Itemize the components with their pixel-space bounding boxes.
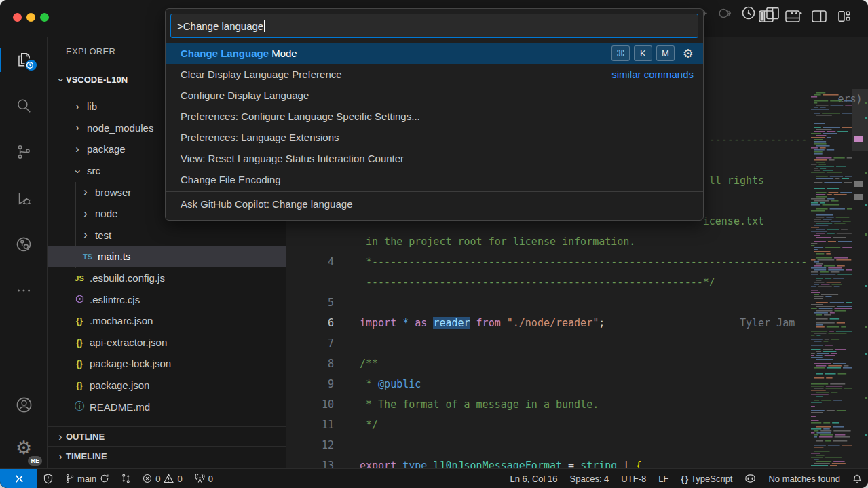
tree-item-main-ts[interactable]: TSmain.ts: [48, 246, 286, 267]
tree-item-readme-md[interactable]: ⓘREADME.md: [48, 396, 286, 417]
status-text: TypeScript: [691, 474, 732, 484]
workspace-trust-shield-icon[interactable]: [37, 469, 59, 488]
editor-row: 4 *-------------------------------------…: [286, 252, 868, 272]
command-item[interactable]: Configure Display Language: [166, 85, 703, 106]
overview-ruler-mark: [865, 117, 867, 119]
split-editor-icon[interactable]: [766, 6, 780, 20]
encoding[interactable]: UTF-8: [615, 469, 652, 488]
run-debug-icon[interactable]: [0, 182, 48, 214]
token: import: [360, 317, 402, 329]
problems[interactable]: 00: [136, 469, 188, 488]
json-file-icon: {}: [72, 316, 87, 326]
timeline-icon[interactable]: [741, 5, 756, 20]
line-number: 8: [286, 358, 334, 370]
indentation[interactable]: Spaces: 4: [564, 469, 616, 488]
source-control-icon[interactable]: [0, 136, 48, 168]
command-input[interactable]: >Change language: [170, 14, 698, 38]
command-item[interactable]: Ask GitHub Copilot: Change language: [166, 193, 703, 214]
copilot-icon: [744, 474, 756, 483]
command-palette: >Change language Change Language Mode⌘KM…: [165, 8, 704, 221]
token: reader: [433, 317, 470, 329]
json-file-icon: {}: [72, 337, 87, 348]
command-label: Configure Display Language: [181, 90, 309, 101]
tree-item-package-json[interactable]: {}package.json: [48, 375, 286, 396]
command-item[interactable]: Clear Display Language Preferencesimilar…: [166, 64, 703, 85]
cursor-position[interactable]: Ln 6, Col 16: [504, 469, 563, 488]
command-item[interactable]: View: Reset Language Status Interaction …: [166, 148, 703, 169]
editor-row: ----------------------------------------…: [286, 272, 868, 293]
tree-item-package-lock-json[interactable]: {}package-lock.json: [48, 353, 286, 375]
tree-item-test[interactable]: ›test: [48, 225, 286, 246]
token: *: [360, 378, 378, 390]
more-actions-icon[interactable]: [789, 6, 804, 20]
ports-forwarded[interactable]: 0: [189, 469, 219, 488]
tree-item-label: .mocharc.json: [90, 315, 153, 326]
token: Tyler Jam: [605, 317, 795, 329]
token: *---------------------------------------…: [366, 256, 807, 268]
git-graph-search-icon[interactable]: [0, 228, 48, 261]
tree-item-label: browser: [95, 187, 131, 198]
token: {: [635, 459, 641, 468]
tree-item--esbuild-config-js[interactable]: JS.esbuild.config.js: [48, 267, 286, 289]
editor-row: 8/**: [286, 354, 868, 374]
customize-layout-icon[interactable]: [838, 10, 852, 22]
git-branch[interactable]: main: [59, 469, 115, 488]
token: l10nJsonMessageFormat: [433, 459, 568, 468]
tree-item--eslintrc-cjs[interactable]: .eslintrc.cjs: [48, 288, 286, 310]
command-item[interactable]: Preferences: Configure Language Specific…: [166, 106, 703, 127]
status-text: UTF-8: [621, 474, 646, 484]
language-mode[interactable]: { }TypeScript: [675, 469, 738, 488]
explorer-icon[interactable]: [0, 43, 48, 76]
line-number: 5: [286, 297, 334, 309]
token: ----------------: [709, 134, 808, 146]
chevron-right-icon: ›: [55, 451, 66, 463]
section-outline[interactable]: ›OUTLINE: [48, 426, 286, 447]
overview-ruler-mark: [854, 181, 863, 187]
sync-icon: [100, 474, 109, 483]
pending-clock-badge: [24, 58, 38, 72]
navigate-forward-icon[interactable]: [717, 6, 732, 20]
status-text: 0: [208, 474, 213, 484]
toggle-secondary-sidebar-icon[interactable]: [812, 10, 827, 22]
code-line: ----------------------------------------…: [360, 276, 715, 288]
command-item[interactable]: Change Language Mode⌘KM⚙: [166, 43, 703, 64]
configure-keybinding-gear-icon[interactable]: ⚙: [683, 46, 694, 61]
error-icon: [143, 474, 152, 483]
remote-indicator[interactable]: [0, 469, 37, 488]
section-label: TIMELINE: [66, 451, 107, 462]
tree-item--mocharc-json[interactable]: {}.mocharc.json: [48, 310, 286, 332]
command-label: Preferences: Configure Language Specific…: [181, 111, 420, 122]
tree-item-api-extractor-json[interactable]: {}api-extractor.json: [48, 332, 286, 354]
command-item[interactable]: Preferences: Language Extensions: [166, 127, 703, 148]
maximize-window-button[interactable]: [40, 13, 49, 22]
overview-ruler-mark: [865, 326, 867, 328]
command-item[interactable]: Change File Encoding: [166, 169, 703, 190]
section-timeline[interactable]: ›TIMELINE: [48, 446, 286, 466]
chevron-right-icon: ›: [72, 143, 83, 155]
minimap[interactable]: [810, 89, 852, 468]
overview-ruler-mark: [865, 353, 867, 355]
tree-item-label: package: [87, 143, 126, 155]
close-window-button[interactable]: [13, 13, 22, 22]
similar-commands-link[interactable]: similar commands: [611, 69, 694, 80]
eol[interactable]: LF: [652, 469, 675, 488]
settings-gear-icon[interactable]: ⚙RE: [0, 432, 48, 464]
find-status[interactable]: No matches found: [762, 469, 846, 488]
line-number: 11: [286, 419, 334, 431]
line-number: 12: [286, 439, 334, 451]
search-icon[interactable]: [0, 90, 48, 122]
minimize-window-button[interactable]: [26, 13, 35, 22]
compare-icon: [121, 474, 130, 483]
command-label: View: Reset Language Status Interaction …: [181, 153, 404, 164]
code-line: in the project root for license informat…: [360, 236, 635, 248]
copilot-icon[interactable]: [738, 469, 762, 488]
compare-changes-icon[interactable]: [115, 469, 136, 488]
accounts-icon[interactable]: [0, 388, 48, 421]
keybinding: ⌘KM: [611, 45, 675, 61]
token: ll rights: [709, 174, 764, 187]
command-label: Preferences: Language Extensions: [181, 132, 339, 143]
line-number: 13: [286, 459, 334, 468]
more-views-icon[interactable]: [0, 274, 48, 307]
token: ;: [599, 317, 605, 329]
notifications-bell-icon[interactable]: [846, 469, 868, 488]
